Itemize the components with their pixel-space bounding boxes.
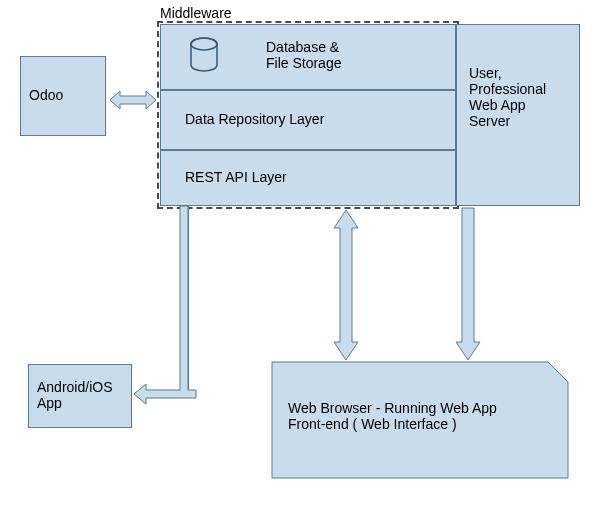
arrow-middleware-browser (328, 208, 364, 362)
middleware-db-box: Database & File Storage (160, 24, 456, 90)
arrow-odoo-middleware (106, 88, 160, 112)
server-box: User, Professional Web App Server (456, 24, 580, 206)
architecture-diagram: Middleware Database & File Storage Data … (0, 0, 616, 516)
app-label: Android/iOS App (37, 379, 112, 411)
browser-label: Web Browser - Running Web App Front-end … (288, 400, 497, 432)
arrow-server-browser (450, 208, 486, 362)
arrow-rest-app (130, 206, 208, 406)
middleware-title: Middleware (160, 5, 232, 21)
middleware-db-label: Database & File Storage (266, 39, 341, 71)
database-icon (189, 37, 219, 73)
odoo-box: Odoo (20, 56, 106, 136)
middleware-rest-box: REST API Layer (160, 150, 456, 206)
middleware-repo-box: Data Repository Layer (160, 90, 456, 150)
odoo-label: Odoo (29, 87, 63, 103)
app-box: Android/iOS App (28, 364, 132, 428)
middleware-rest-label: REST API Layer (185, 169, 287, 185)
middleware-repo-label: Data Repository Layer (185, 111, 324, 127)
server-label: User, Professional Web App Server (469, 65, 546, 129)
